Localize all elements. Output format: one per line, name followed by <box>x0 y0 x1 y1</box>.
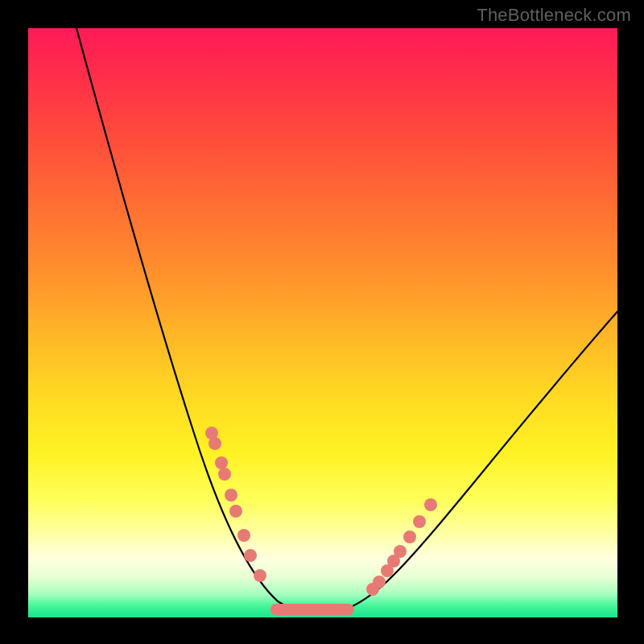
bottleneck-curve <box>76 28 617 613</box>
marker-dot <box>237 529 250 542</box>
marker-dot <box>254 569 266 582</box>
watermark-text: TheBottleneck.com <box>477 5 631 26</box>
marker-dot <box>208 437 221 450</box>
marker-dot <box>413 515 426 528</box>
marker-dot <box>244 549 257 562</box>
bottleneck-curve-svg <box>28 28 617 617</box>
marker-dot <box>215 456 228 469</box>
chart-frame: TheBottleneck.com <box>0 0 644 644</box>
marker-dot <box>229 505 242 518</box>
marker-dot <box>225 489 237 502</box>
marker-dot <box>373 576 386 588</box>
marker-dot <box>424 498 437 511</box>
plot-area <box>28 28 617 617</box>
marker-dot <box>394 545 407 558</box>
marker-dot <box>403 530 416 543</box>
marker-dot <box>218 468 231 481</box>
